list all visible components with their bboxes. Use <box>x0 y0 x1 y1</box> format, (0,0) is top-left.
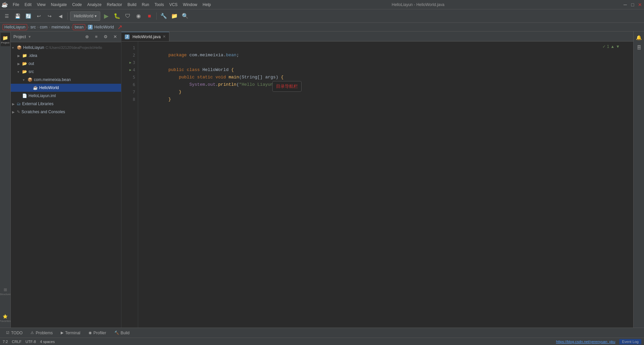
menu-edit[interactable]: Edit <box>22 2 34 8</box>
code-editor[interactable]: 1 2 ▶3 ▶4 5 6 7 8 package com.meimeixia.… <box>121 42 633 328</box>
profiler-icon: ◉ <box>89 331 92 335</box>
project-config-dropdown[interactable]: HelloWorld ▾ <box>70 11 100 21</box>
tree-item-package[interactable]: ▾ 📦 com.meimeixia.bean <box>11 76 121 84</box>
menu-analyze[interactable]: Analyze <box>85 2 104 8</box>
menu-tools[interactable]: Tools <box>152 2 167 8</box>
bottom-tab-profiler[interactable]: ◉ Profiler <box>85 329 110 337</box>
code-line-7: } <box>142 88 629 96</box>
toolbar-separator-1 <box>67 12 68 20</box>
sidebar-locate-button[interactable]: ⊕ <box>84 33 90 40</box>
tree-item-helloworld-label: HelloWorld <box>39 85 59 90</box>
menu-build[interactable]: Build <box>125 2 139 8</box>
search-everywhere-button[interactable]: 🔍 <box>180 11 190 21</box>
bottom-tab-terminal[interactable]: ▶ Terminal <box>57 329 84 337</box>
line-num-7: 7 <box>121 88 138 96</box>
run-arrow-3-icon: ▶ <box>129 59 131 66</box>
annotation-arrow-icon: ↗ <box>117 23 122 31</box>
breadcrumb-meimeixia[interactable]: meimeixia <box>51 25 70 29</box>
tree-item-project-root[interactable]: ▾ 📦 HelloLiayun C:\Users\32120\IdeaProje… <box>11 44 121 52</box>
todo-icon: ☑ <box>6 331 9 335</box>
project-config-label: HelloWorld <box>74 14 93 18</box>
tree-item-scratches[interactable]: ▶ ✎ Scratches and Consoles <box>11 108 121 116</box>
code-content[interactable]: package com.meimeixia.bean; public class… <box>138 42 633 328</box>
toolbar-sync-button[interactable]: 🔄 <box>23 11 33 21</box>
run-button[interactable]: ▶ <box>102 11 111 21</box>
tree-expand-icon: ▾ <box>12 46 17 50</box>
line-num-1: 1 <box>121 44 138 52</box>
tree-item-src-label: src <box>29 69 34 74</box>
bottom-tab-build[interactable]: 🔨 Build <box>111 329 133 337</box>
class-file-icon: ☕ <box>33 85 38 90</box>
editor-area: J HelloWorld.java ✕ 1 2 ▶3 ▶4 5 6 7 8 <box>121 31 633 328</box>
close-button[interactable]: ✕ <box>637 2 643 7</box>
window-controls: ─ □ ✕ <box>623 2 643 7</box>
sidebar-dropdown-icon: ▾ <box>29 34 31 39</box>
toolbar-save-button[interactable]: 💾 <box>13 11 22 21</box>
tab-bar: J HelloWorld.java ✕ <box>121 31 633 42</box>
tab-close-button[interactable]: ✕ <box>163 34 166 39</box>
tree-item-src[interactable]: ▾ 📂 src <box>11 68 121 76</box>
activity-structure[interactable]: ⊞ Structure <box>1 285 10 298</box>
toolbar-menu-icon[interactable]: ☰ <box>2 11 11 21</box>
debug-button[interactable]: 🐛 <box>112 11 122 21</box>
bottom-tab-problems[interactable]: ⚠ Problems <box>27 329 56 337</box>
structure-button[interactable]: 📁 <box>170 11 179 21</box>
editor-tab-helloworld[interactable]: J HelloWorld.java ✕ <box>121 32 169 41</box>
toolbar-undo-button[interactable]: ↩ <box>34 11 44 21</box>
menu-file[interactable]: File <box>10 2 22 8</box>
tree-item-idea[interactable]: ▶ 📁 .idea <box>11 52 121 60</box>
menu-help[interactable]: Help <box>200 2 214 8</box>
maximize-button[interactable]: □ <box>630 2 635 7</box>
breadcrumb-sep-5: › <box>86 25 87 29</box>
tree-expand-idea-icon: ▶ <box>17 54 22 58</box>
scroll-up-icon[interactable]: ▲ <box>610 44 614 49</box>
activity-favorites[interactable]: ⭐ Favorites <box>1 312 10 325</box>
tree-expand-src-icon: ▾ <box>17 70 22 74</box>
right-sidebar-notifications-icon[interactable]: 🔔 <box>634 33 644 42</box>
terminal-icon: ▶ <box>61 331 63 335</box>
coverage-button[interactable]: 🛡 <box>123 11 132 21</box>
menu-vcs[interactable]: VCS <box>167 2 180 8</box>
tree-item-iml[interactable]: ▶ 📄 HelloLiayun.iml <box>11 92 121 100</box>
tree-item-helloworld[interactable]: ▶ ☕ HelloWorld <box>11 84 121 92</box>
minimize-button[interactable]: ─ <box>623 2 628 7</box>
tree-item-out-label: out <box>29 61 34 66</box>
tree-item-external-libs[interactable]: ▶ 🗂 External Libraries <box>11 100 121 108</box>
sidebar: Project ▾ ⊕ ≡ ⚙ ✕ ▾ 📦 HelloLiayun C:\Use… <box>11 31 121 328</box>
status-notification-link[interactable]: https://blog.csdn.net/yerenyuan_pku <box>556 340 615 344</box>
scroll-down-icon[interactable]: ▼ <box>616 44 620 49</box>
status-encoding: UTF-8 <box>25 340 36 344</box>
sidebar-close-button[interactable]: ✕ <box>112 33 118 40</box>
bottom-tab-todo[interactable]: ☑ TODO <box>3 329 26 337</box>
bottom-tab-terminal-label: Terminal <box>65 331 80 335</box>
idea-folder-icon: 📁 <box>22 53 27 58</box>
toolbar-redo-button[interactable]: ↪ <box>45 11 54 21</box>
breadcrumb-project[interactable]: HelloLiayun <box>3 24 27 30</box>
menu-run[interactable]: Run <box>139 2 152 8</box>
profile-button[interactable]: ◉ <box>134 11 143 21</box>
tab-file-icon: J <box>125 34 129 39</box>
breadcrumb-com[interactable]: com <box>39 25 48 29</box>
activity-project[interactable]: 📁 Project <box>1 33 10 46</box>
toolbar-back-button[interactable]: ◀ <box>56 11 65 21</box>
activity-bar: 📁 Project ⊞ Structure ⭐ Favorites <box>0 31 11 328</box>
menu-bar: ☕ File Edit View Navigate Code Analyze R… <box>0 0 644 9</box>
sidebar-collapse-button[interactable]: ≡ <box>93 33 100 40</box>
breadcrumb-file[interactable]: HelloWorld <box>94 25 114 29</box>
right-sidebar-database-icon[interactable]: 🗄 <box>634 43 644 52</box>
menu-code[interactable]: Code <box>69 2 85 8</box>
breadcrumb-bean[interactable]: bean <box>73 24 85 30</box>
sidebar-settings-button[interactable]: ⚙ <box>102 33 109 40</box>
breadcrumb-src[interactable]: src <box>30 25 37 29</box>
event-log-button[interactable]: Event Log <box>619 339 641 344</box>
tree-item-out[interactable]: ▶ 📂 out <box>11 60 121 68</box>
project-folder-icon: 📦 <box>17 45 22 50</box>
sidebar-header: Project ▾ ⊕ ≡ ⚙ ✕ <box>11 31 121 42</box>
menu-window[interactable]: Window <box>180 2 200 8</box>
menu-view[interactable]: View <box>34 2 48 8</box>
code-line-3: public class HelloWorld { <box>142 59 629 66</box>
sdk-button[interactable]: 🔧 <box>159 11 168 21</box>
stop-button[interactable]: ■ <box>145 11 154 21</box>
menu-navigate[interactable]: Navigate <box>48 2 69 8</box>
menu-refactor[interactable]: Refactor <box>104 2 125 8</box>
